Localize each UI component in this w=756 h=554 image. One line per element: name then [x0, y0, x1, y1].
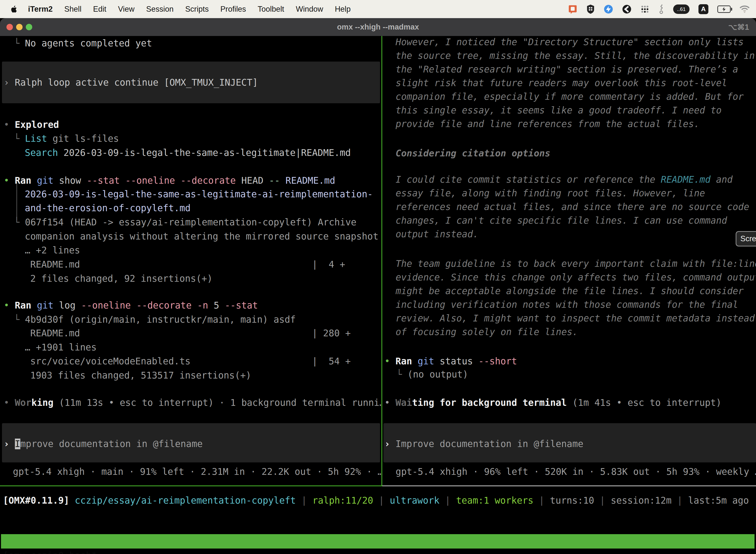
window-shortcut: ⌥⌘1 [728, 18, 749, 36]
input-source-icon[interactable]: A [698, 4, 708, 14]
badge-61-icon[interactable]: ..61 [673, 4, 690, 14]
shield-app-icon[interactable] [586, 4, 595, 14]
squiggle-app-icon[interactable] [658, 4, 664, 14]
menu-item-help[interactable]: Help [335, 5, 351, 14]
menu-item-window[interactable]: Window [296, 5, 323, 14]
text-segment: session:12m [611, 495, 672, 506]
battery-icon[interactable] [717, 5, 731, 13]
text-segment: [OMX#0.11.9] [3, 495, 69, 506]
text-segment: | [373, 495, 390, 506]
text-segment: | [440, 495, 456, 506]
input-source-label: A [701, 5, 706, 13]
apple-menu-icon[interactable] [10, 5, 17, 13]
menu-item-scripts[interactable]: Scripts [185, 5, 209, 14]
omx-status-line: [OMX#0.11.9] cczip/essay/ai-reimplementa… [3, 493, 749, 508]
menu-item-shell[interactable]: Shell [64, 5, 81, 14]
window-title-bar: omx --xhigh --madmax ⌥⌘1 [0, 18, 756, 36]
menu-item-iterm2[interactable]: iTerm2 [28, 5, 53, 14]
dots-grid-icon[interactable] [640, 5, 649, 14]
text-segment: | [533, 495, 550, 506]
badge-61-label: ..61 [677, 6, 686, 12]
menu-items: iTerm2ShellEditViewSessionScriptsProfile… [28, 5, 351, 14]
window-title: omx --xhigh --madmax [0, 18, 756, 36]
text-segment: | [594, 495, 611, 506]
wifi-icon[interactable] [740, 5, 750, 13]
menu-item-view[interactable]: View [118, 5, 135, 14]
tmux-status-bar: [omx-cczip0:bash* "MacBook-Pro-44.local"… [1, 534, 755, 549]
chat-app-icon[interactable] [568, 4, 577, 14]
menu-item-profiles[interactable]: Profiles [220, 5, 246, 14]
menu-item-edit[interactable]: Edit [93, 5, 106, 14]
screen-share-overlay-button[interactable]: Scre [736, 231, 756, 246]
text-segment: last:5m ago [688, 495, 749, 506]
text-segment [69, 495, 75, 506]
bolt-circle-app-icon[interactable] [604, 4, 613, 14]
menu-item-toolbelt[interactable]: Toolbelt [258, 5, 284, 14]
menu-item-session[interactable]: Session [146, 5, 173, 14]
text-segment: turns:10 [550, 495, 594, 506]
text-segment: | [672, 495, 688, 506]
text-segment: ralph:11/20 [312, 495, 373, 506]
text-segment: ultrawork [390, 495, 439, 506]
bottom-area: [OMX#0.11.9] cczip/essay/ai-reimplementa… [0, 0, 756, 554]
crescent-circle-app-icon[interactable] [622, 4, 631, 14]
text-segment: team:1 workers [456, 495, 533, 506]
text-segment: | [296, 495, 313, 506]
macos-menu-bar: iTerm2ShellEditViewSessionScriptsProfile… [0, 0, 756, 18]
menu-status-icons: ..61 A [568, 4, 750, 14]
screen-share-overlay-label: Scre [740, 234, 756, 243]
text-segment: cczip/essay/ai-reimplementation-copyleft [75, 495, 296, 506]
tmux-session-label: [omx-cczip0:bash* [3, 549, 97, 554]
pane-divider[interactable] [381, 35, 382, 486]
